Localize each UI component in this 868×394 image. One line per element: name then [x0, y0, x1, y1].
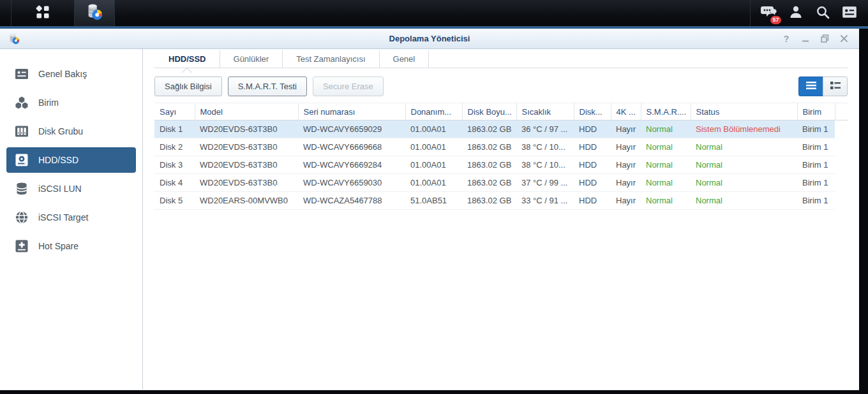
cell-temperature: 33 °C / 91 ... — [516, 192, 574, 210]
disk-group-icon — [14, 124, 29, 139]
sidebar-item-label: Birim — [38, 98, 59, 108]
user-menu-button[interactable] — [782, 0, 809, 26]
column-header-disk-[interactable]: Disk... — [574, 103, 611, 120]
taskbar-app-storage-manager[interactable] — [75, 0, 115, 26]
table-row-disk-3[interactable]: Disk 3WD20EVDS-63T3B0WD-WCAVY666928401.0… — [154, 156, 848, 174]
column-header-seri-numaras-[interactable]: Seri numarası — [298, 103, 405, 120]
taskbar-spacer — [0, 0, 11, 26]
sidebar: Genel BakışBirimDisk GrubuHDD/SSDiSCSI L… — [0, 49, 143, 390]
column-header-4k-[interactable]: 4K ... — [611, 103, 641, 120]
sidebar-item-hot-spare[interactable]: Hot Spare — [6, 233, 136, 259]
cell-temperature: 37 °C / 99 ... — [516, 174, 574, 192]
storage-manager-window: Depolama Yöneticisi ? Genel BakışBirimDi… — [0, 29, 859, 390]
minimize-button[interactable] — [800, 34, 811, 44]
cell-four-k: Hayır — [611, 156, 641, 174]
sidebar-item-label: Disk Grubu — [38, 126, 83, 136]
iscsi-lun-icon — [14, 181, 29, 196]
toolbar: Sağlık BilgisiS.M.A.R.T. TestiSecure Era… — [154, 77, 848, 96]
sidebar-item-label: Genel Bakış — [38, 69, 87, 79]
column-header-model[interactable]: Model — [195, 103, 298, 120]
sa-l-k-bilgisi-button[interactable]: Sağlık Bilgisi — [154, 77, 222, 96]
column-header-filler — [835, 103, 848, 120]
table-row-disk-4[interactable]: Disk 4WD20EVDS-63T3B0WD-WCAVY665903001.0… — [154, 174, 848, 192]
cell-model: WD20EARS-00MVWB0 — [195, 192, 298, 210]
cell-volume: Birim 1 — [797, 120, 835, 138]
table-row-disk-1[interactable]: Disk 1WD20EVDS-63T3B0WD-WCAVY665902901.0… — [154, 120, 848, 138]
column-header-donan-m-[interactable]: Donanım... — [405, 103, 462, 120]
tab-g-nl-kler[interactable]: Günlükler — [220, 50, 283, 68]
cell-firmware: 01.00A01 — [405, 138, 462, 156]
cell-four-k: Hayır — [611, 192, 641, 210]
main-menu-button[interactable] — [11, 0, 75, 26]
cell-model: WD20EVDS-63T3B0 — [195, 120, 298, 138]
user-icon — [788, 4, 804, 22]
sidebar-item-iscsi-target[interactable]: iSCSI Target — [6, 205, 136, 230]
cell-filler — [835, 156, 848, 174]
cell-number: Disk 2 — [154, 138, 195, 156]
detail-view-icon — [829, 80, 842, 93]
main-menu-icon — [34, 4, 51, 23]
detail-view-button[interactable] — [823, 77, 848, 96]
column-header-birim[interactable]: Birim — [797, 103, 835, 120]
tab-test-zamanlay-c-s-[interactable]: Test Zamanlayıcısı — [283, 50, 379, 68]
cell-serial: WD-WCAVY6669668 — [298, 138, 405, 156]
column-header-disk-boyu-[interactable]: Disk Boyu... — [462, 103, 516, 120]
cell-size: 1863.02 GB — [462, 156, 516, 174]
list-view-icon — [805, 80, 818, 93]
cell-type: HDD — [574, 174, 611, 192]
column-header-status[interactable]: Status — [691, 103, 797, 120]
cell-serial: WD-WCAVY6659030 — [298, 174, 405, 192]
sidebar-item-hdd-ssd[interactable]: HDD/SSD — [6, 147, 136, 173]
search-button[interactable] — [809, 0, 836, 26]
secure-erase-button[interactable]: Secure Erase — [313, 77, 384, 96]
tab-hdd-ssd[interactable]: HDD/SSD — [154, 50, 220, 68]
iscsi-target-icon — [14, 210, 29, 225]
cell-status: Normal — [691, 156, 797, 174]
sidebar-item-genel-bak-[interactable]: Genel Bakış — [6, 61, 136, 87]
list-view-button[interactable] — [798, 77, 823, 96]
cell-size: 1863.02 GB — [462, 138, 516, 156]
cell-status: Normal — [691, 192, 797, 210]
table-row-disk-5[interactable]: Disk 5WD20EARS-00MVWB0WD-WCAZA546778851.… — [154, 192, 848, 210]
sidebar-item-birim[interactable]: Birim — [6, 90, 136, 115]
content-pane: HDD/SSDGünlüklerTest ZamanlayıcısıGenel … — [143, 49, 859, 390]
cell-volume: Birim 1 — [797, 156, 835, 174]
column-header-say-[interactable]: Sayı — [154, 103, 195, 120]
pilot-view-button[interactable] — [836, 0, 863, 26]
column-header-s-cakl-k[interactable]: Sıcaklık — [516, 103, 574, 120]
search-icon — [815, 4, 830, 22]
table-row-disk-2[interactable]: Disk 2WD20EVDS-63T3B0WD-WCAVY666966801.0… — [154, 138, 848, 156]
close-button[interactable] — [839, 34, 849, 44]
sidebar-item-label: HDD/SSD — [38, 155, 79, 165]
cell-serial: WD-WCAZA5467788 — [298, 192, 405, 210]
cell-four-k: Hayır — [611, 120, 641, 138]
cell-four-k: Hayır — [611, 138, 641, 156]
cell-firmware: 01.00A01 — [405, 120, 462, 138]
cell-number: Disk 3 — [154, 156, 195, 174]
help-button[interactable]: ? — [781, 34, 791, 44]
cell-firmware: 01.00A01 — [405, 174, 462, 192]
tab-bar: HDD/SSDGünlüklerTest ZamanlayıcısıGenel — [154, 50, 848, 68]
hdd-icon — [14, 152, 29, 168]
cell-serial: WD-WCAVY6659029 — [298, 120, 405, 138]
cell-filler — [835, 192, 848, 210]
notifications-button[interactable]: 57 — [756, 0, 782, 26]
sidebar-item-iscsi-lun[interactable]: iSCSI LUN — [6, 176, 136, 201]
column-header-s-m-a-r-[interactable]: S.M.A.R.... — [641, 103, 691, 120]
restore-button[interactable] — [819, 34, 830, 44]
cell-number: Disk 1 — [154, 120, 195, 138]
taskbar: 57 — [0, 0, 868, 29]
cell-filler — [835, 138, 848, 156]
sidebar-item-label: iSCSI Target — [38, 212, 88, 223]
window-app-icon — [8, 33, 20, 45]
sidebar-item-label: Hot Spare — [38, 241, 79, 251]
cell-model: WD20EVDS-63T3B0 — [195, 174, 298, 192]
cell-filler — [835, 120, 848, 138]
cell-model: WD20EVDS-63T3B0 — [195, 156, 298, 174]
view-toggle — [798, 77, 848, 96]
s-m-a-r-t-testi-button[interactable]: S.M.A.R.T. Testi — [228, 77, 307, 96]
cell-volume: Birim 1 — [797, 138, 835, 156]
tab-genel[interactable]: Genel — [380, 50, 430, 68]
sidebar-item-disk-grubu[interactable]: Disk Grubu — [6, 119, 136, 144]
cell-temperature: 38 °C / 10... — [516, 156, 574, 174]
